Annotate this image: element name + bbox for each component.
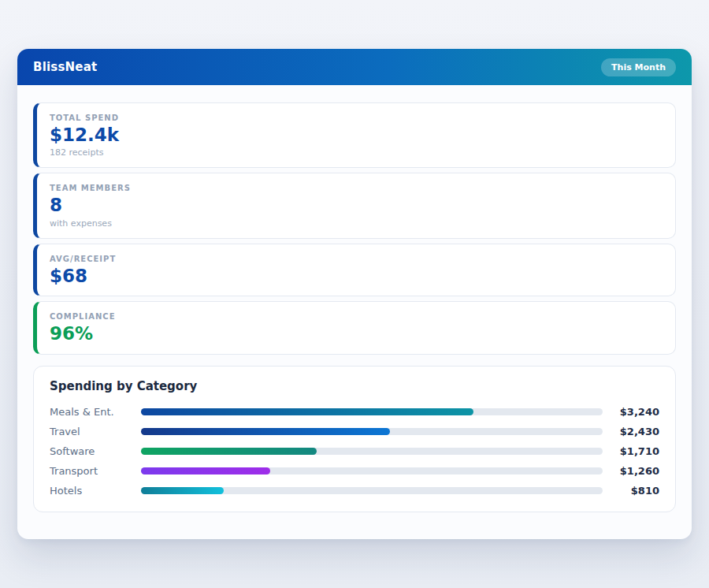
dashboard-body: TOTAL SPEND$12.4k182 receiptsTEAM MEMBER… bbox=[17, 85, 692, 512]
category-row: Transport$1,260 bbox=[50, 461, 659, 481]
spending-panel: Spending by Category Meals & Ent.$3,240T… bbox=[33, 366, 676, 512]
category-row: Travel$2,430 bbox=[50, 422, 659, 441]
category-label: Hotels bbox=[50, 485, 141, 497]
category-bar-fill bbox=[141, 467, 270, 474]
stat-label: TEAM MEMBERS bbox=[50, 184, 663, 192]
stat-value: $68 bbox=[50, 266, 663, 286]
category-value: $1,260 bbox=[603, 465, 659, 477]
category-value: $2,430 bbox=[603, 426, 659, 437]
stat-label: TOTAL SPEND bbox=[50, 114, 663, 122]
category-bar-fill bbox=[141, 408, 473, 415]
dashboard-card: BlissNeat This Month TOTAL SPEND$12.4k18… bbox=[17, 49, 692, 539]
stat-label: COMPLIANCE bbox=[50, 312, 663, 321]
category-label: Transport bbox=[50, 465, 141, 477]
category-bar-track bbox=[141, 467, 603, 474]
dashboard-header: BlissNeat This Month bbox=[17, 49, 692, 85]
category-label: Software bbox=[50, 445, 141, 457]
category-value: $3,240 bbox=[603, 406, 659, 418]
stat-subtext: 182 receipts bbox=[50, 147, 663, 158]
category-value: $810 bbox=[603, 485, 659, 497]
stat-card: COMPLIANCE96% bbox=[33, 301, 676, 354]
stat-label: AVG/RECEIPT bbox=[50, 255, 663, 263]
stat-value: 96% bbox=[50, 323, 663, 344]
category-bar-fill bbox=[141, 448, 317, 455]
category-bar-fill bbox=[141, 487, 224, 494]
category-label: Meals & Ent. bbox=[50, 406, 141, 418]
category-row: Meals & Ent.$3,240 bbox=[50, 402, 659, 422]
spending-title: Spending by Category bbox=[50, 379, 659, 393]
stat-value: $12.4k bbox=[50, 125, 663, 145]
category-bar-track bbox=[141, 487, 603, 494]
stats-list: TOTAL SPEND$12.4k182 receiptsTEAM MEMBER… bbox=[33, 102, 676, 355]
category-bar-track bbox=[141, 448, 603, 455]
stat-value: 8 bbox=[50, 195, 663, 215]
app-title: BlissNeat bbox=[33, 60, 97, 74]
category-row: Software$1,710 bbox=[50, 441, 659, 461]
category-row: Hotels$810 bbox=[50, 481, 659, 501]
category-value: $1,710 bbox=[603, 445, 659, 457]
stat-card: TOTAL SPEND$12.4k182 receipts bbox=[33, 102, 676, 168]
period-badge[interactable]: This Month bbox=[601, 58, 676, 76]
category-bar-fill bbox=[141, 428, 390, 435]
stat-subtext: with expenses bbox=[50, 218, 663, 229]
category-bar-track bbox=[141, 408, 603, 415]
stat-card: TEAM MEMBERS8with expenses bbox=[33, 173, 676, 238]
category-label: Travel bbox=[50, 426, 141, 437]
category-list: Meals & Ent.$3,240Travel$2,430Software$1… bbox=[50, 402, 659, 501]
category-bar-track bbox=[141, 428, 603, 435]
stat-card: AVG/RECEIPT$68 bbox=[33, 244, 676, 296]
